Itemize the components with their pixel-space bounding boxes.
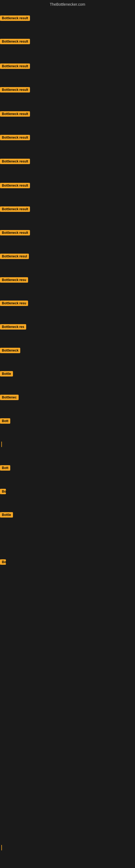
bottleneck-badge: Bottleneck result bbox=[0, 230, 30, 236]
bottleneck-result-item: Bottleneck result bbox=[0, 39, 30, 45]
bottleneck-badge: Bottle bbox=[0, 371, 13, 376]
bottleneck-result-item: Bottleneck resu bbox=[0, 301, 28, 307]
bottleneck-badge: Bottleneck result bbox=[0, 207, 30, 212]
bottleneck-result-item bbox=[0, 442, 2, 447]
bottleneck-result-item: Bottleneck res bbox=[0, 324, 26, 331]
bottleneck-badge: Bottleneck result bbox=[0, 159, 30, 164]
bottleneck-result-item bbox=[0, 845, 2, 850]
bottleneck-badge: Bottleneck resu bbox=[0, 277, 28, 283]
bottleneck-badge: Bottleneck result bbox=[0, 111, 30, 117]
bottleneck-badge: Bottleneck result bbox=[0, 183, 30, 188]
bottleneck-result-item: Bo bbox=[0, 489, 6, 495]
bottleneck-badge: Bottleneck result bbox=[0, 87, 30, 93]
bottleneck-result-item: Bottle bbox=[0, 371, 13, 378]
bottleneck-result-item: Bottle bbox=[0, 512, 13, 519]
line-marker bbox=[1, 442, 2, 447]
bottleneck-result-item: Bott bbox=[0, 418, 10, 425]
bottleneck-badge: Bottleneck result bbox=[0, 39, 30, 44]
bottleneck-result-item: Bottleneck result bbox=[0, 230, 30, 237]
bottleneck-badge: Bottle bbox=[0, 512, 13, 518]
bottleneck-result-item: Bo bbox=[0, 559, 6, 566]
bottleneck-result-item: Bottleneck result bbox=[0, 87, 30, 94]
bottleneck-badge: Bott bbox=[0, 418, 10, 424]
bottleneck-result-item: Bottleneck result bbox=[0, 63, 30, 70]
bottleneck-result-item: Bottleneck result bbox=[0, 135, 30, 141]
bottleneck-badge: Bo bbox=[0, 489, 6, 494]
bottleneck-badge: Bottleneck result bbox=[0, 16, 30, 21]
bottleneck-badge: Bottleneck res bbox=[0, 324, 26, 330]
bottleneck-result-item: Bottleneck bbox=[0, 348, 20, 354]
bottleneck-badge: Bottleneck result bbox=[0, 63, 30, 69]
bottleneck-badge: Bott bbox=[0, 465, 10, 471]
bottleneck-result-item: Bottleneck resu bbox=[0, 277, 28, 284]
bottleneck-badge: Bo bbox=[0, 559, 6, 565]
bottleneck-result-item: Bottlenec bbox=[0, 395, 18, 401]
bottleneck-result-item: Bottleneck resul bbox=[0, 254, 29, 260]
bottleneck-badge: Bottleneck resu bbox=[0, 301, 28, 306]
bottleneck-badge: Bottleneck resul bbox=[0, 254, 29, 259]
bottleneck-result-item: Bottleneck result bbox=[0, 159, 30, 165]
bottleneck-result-item: Bott bbox=[0, 465, 10, 472]
bottleneck-result-item: Bottleneck result bbox=[0, 16, 30, 22]
bottleneck-result-item: Bottleneck result bbox=[0, 207, 30, 213]
bottleneck-badge: Bottlenec bbox=[0, 395, 18, 400]
bottleneck-badge: Bottleneck result bbox=[0, 135, 30, 140]
bottleneck-result-item: Bottleneck result bbox=[0, 111, 30, 118]
bottleneck-result-item: Bottleneck result bbox=[0, 183, 30, 189]
line-marker bbox=[1, 845, 2, 850]
site-title: TheBottlenecker.com bbox=[0, 0, 135, 9]
bottleneck-badge: Bottleneck bbox=[0, 348, 20, 353]
